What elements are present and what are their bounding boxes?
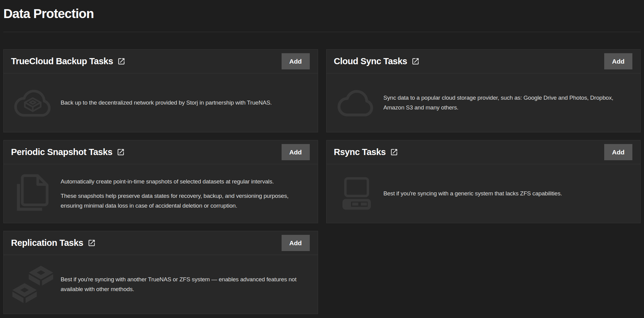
page-title: Data Protection xyxy=(3,0,641,21)
data-protection-page: Data Protection TrueCloud Backup Tasks A… xyxy=(0,0,644,314)
card-title: Cloud Sync Tasks xyxy=(334,56,407,66)
card-header: TrueCloud Backup Tasks Add xyxy=(4,50,318,73)
card-body: Back up to the decentralized network pro… xyxy=(4,73,318,132)
card-header: Cloud Sync Tasks Add xyxy=(327,50,641,73)
card-title: Periodic Snapshot Tasks xyxy=(11,147,112,157)
card-body: Best if you're syncing with a generic sy… xyxy=(327,164,641,223)
card-header: Periodic Snapshot Tasks Add xyxy=(4,140,318,164)
card-body: Best if you're syncing with another True… xyxy=(4,255,318,314)
cloud-icon xyxy=(335,78,376,127)
add-rsync-button[interactable]: Add xyxy=(604,144,632,160)
add-periodic-snapshot-button[interactable]: Add xyxy=(282,144,310,160)
open-in-new-icon[interactable] xyxy=(411,57,420,65)
description-paragraph: Back up to the decentralized network pro… xyxy=(61,98,272,108)
description-paragraph: Automatically create point-in-time snaps… xyxy=(61,177,309,187)
title-divider xyxy=(3,32,641,32)
card-description: Best if you're syncing with a generic sy… xyxy=(384,189,562,198)
card-rsync-tasks: Rsync Tasks Add xyxy=(326,140,641,223)
open-in-new-icon[interactable] xyxy=(117,148,125,156)
card-description: Back up to the decentralized network pro… xyxy=(61,98,272,108)
open-in-new-icon[interactable] xyxy=(117,57,125,65)
add-cloud-sync-button[interactable]: Add xyxy=(604,53,632,69)
storj-cloud-icon xyxy=(12,78,53,127)
card-cloud-sync-tasks: Cloud Sync Tasks Add Sync data to a popu… xyxy=(326,49,641,132)
card-header: Replication Tasks Add xyxy=(4,231,318,255)
snapshot-documents-icon xyxy=(12,169,53,218)
card-body: Sync data to a popular cloud storage pro… xyxy=(327,73,641,132)
task-cards-grid: TrueCloud Backup Tasks Add xyxy=(3,49,641,314)
card-body: Automatically create point-in-time snaps… xyxy=(4,164,318,223)
card-description: Sync data to a popular cloud storage pro… xyxy=(384,93,631,113)
description-paragraph: These snapshots help preserve data state… xyxy=(61,191,309,211)
card-truecloud-backup-tasks: TrueCloud Backup Tasks Add xyxy=(3,49,318,132)
open-in-new-icon[interactable] xyxy=(88,239,96,247)
card-title: Rsync Tasks xyxy=(334,147,386,157)
add-replication-button[interactable]: Add xyxy=(282,235,310,251)
card-replication-tasks: Replication Tasks Add xyxy=(3,231,318,314)
open-in-new-icon[interactable] xyxy=(390,148,398,156)
computer-icon xyxy=(335,169,376,218)
description-paragraph: Best if you're syncing with another True… xyxy=(61,275,309,294)
card-title: TrueCloud Backup Tasks xyxy=(11,56,113,66)
description-paragraph: Best if you're syncing with a generic sy… xyxy=(384,189,562,198)
add-truecloud-backup-button[interactable]: Add xyxy=(282,53,310,69)
card-periodic-snapshot-tasks: Periodic Snapshot Tasks Add Automaticall… xyxy=(3,140,318,223)
card-description: Automatically create point-in-time snaps… xyxy=(61,177,309,211)
card-title: Replication Tasks xyxy=(11,238,83,248)
card-description: Best if you're syncing with another True… xyxy=(61,275,309,294)
description-paragraph: Sync data to a popular cloud storage pro… xyxy=(384,93,631,113)
replication-boxes-icon xyxy=(12,260,53,309)
card-header: Rsync Tasks Add xyxy=(327,140,641,164)
